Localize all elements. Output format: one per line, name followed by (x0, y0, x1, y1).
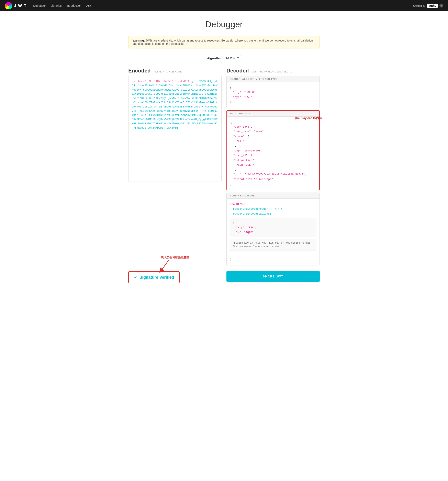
main-content: Debugger Warning: JWTs are credentials, … (124, 11, 324, 292)
navbar: J W T Debugger Libraries Introduction As… (0, 0, 448, 11)
token-part3: ZIeEzyk25ix5SL1lMXQhe6jC76y2t3NND-mpwl9Q… (132, 101, 218, 129)
verify-close: ) (230, 258, 232, 261)
header-sub-panel: HEADER: ALGORITHM & TOKEN TYPE { "alg": … (227, 76, 320, 108)
nav-logo: J W T (5, 2, 27, 9)
token-part1: eyJhbGciOiJSUzI1NiIsInR5cCI6IkpXVCJ9. (132, 80, 191, 83)
close-brace: } (230, 100, 232, 103)
verify-sub-header: VERIFY SIGNATURE (227, 193, 319, 199)
nav-right: Crafted by auth0 ? (413, 4, 443, 8)
decoded-title: Decoded (227, 68, 249, 74)
header-sub-body[interactable]: { "alg": "RS256", "typ": "JWT" } (227, 82, 319, 108)
algorithm-label: Algorithm (207, 56, 221, 60)
private-key-box[interactable]: Private Key in PKCS #8, PKCS #1, or JWK … (230, 239, 316, 251)
encoded-panel[interactable]: eyJhbGciOiJSUzI1NiIsInR5cCI6IkpXVCJ9.eyJ… (128, 76, 221, 182)
sections: Encoded PASTE A TOKEN HERE eyJhbGciOiJSU… (128, 68, 320, 268)
payload-label: PAYLOAD: (230, 112, 243, 115)
nav-link-introduction[interactable]: Introduction (67, 4, 82, 7)
payload-sub-header: PAYLOAD: DATA (227, 111, 319, 117)
payload-sub-label: DATA (244, 112, 251, 115)
header-sub-header: HEADER: ALGORITHM & TOKEN TYPE (227, 76, 319, 82)
nav-link-debugger[interactable]: Debugger (33, 4, 46, 7)
bottom-row: 填入公钥可以验证签名 ✓ Signature Verified SHARE (128, 268, 320, 283)
payload-wrapper: PAYLOAD: DATA { "user_id": 2, "user_name… (227, 110, 320, 190)
auth0-logo: auth0 (429, 4, 436, 7)
auth0-badge: auth0 (427, 4, 438, 8)
jwt-logo-icon (5, 2, 12, 9)
encoded-title: Encoded (128, 68, 151, 74)
warning-text: JWTs are credentials, which can grant ac… (133, 39, 313, 45)
algorithm-select[interactable]: RS256 HS256 RS384 RS512 (224, 55, 241, 61)
nav-links: Debugger Libraries Introduction Ask (33, 4, 91, 7)
encoded-header: Encoded PASTE A TOKEN HERE (128, 68, 221, 74)
sig-verified-text: Signature Verified (139, 275, 174, 280)
open-brace: { (230, 86, 232, 89)
help-icon[interactable]: ? (440, 4, 443, 8)
header-label: HEADER: (230, 78, 242, 80)
payload-sub-panel: PAYLOAD: DATA { "user_id": 2, "user_name… (227, 110, 320, 190)
logo-text: J W T (14, 3, 27, 8)
decoded-subtitle: EDIT THE PAYLOAD AND SECRET (252, 70, 294, 73)
algorithm-row: Algorithm RS256 HS256 RS384 RS512 (128, 55, 320, 61)
verify-line1: base64UrlEncode(header) + "." + (233, 207, 282, 210)
verify-sub-panel: VERIFY SIGNATURE RSASHA256( base64UrlEnc… (227, 193, 320, 265)
payload-sub-body[interactable]: { "user_id": 2, "user_name": "ayan", "sc… (227, 117, 319, 190)
nav-link-libraries[interactable]: Libraries (51, 4, 62, 7)
encoded-section: Encoded PASTE A TOKEN HERE eyJhbGciOiJSU… (128, 68, 221, 268)
private-key-text: Private Key in PKCS #8, PKCS #1, or JWK … (233, 242, 312, 248)
header-sub-label: ALGORITHM & TOKEN TYPE (242, 78, 278, 80)
verify-body[interactable]: RSASHA256( base64UrlEncode(header) + "."… (227, 199, 319, 265)
page-title: Debugger (128, 20, 320, 29)
nav-link-ask[interactable]: Ask (86, 4, 91, 7)
warning-label: Warning: (133, 39, 145, 42)
svg-line-1 (161, 260, 169, 271)
typ-key: "typ" (233, 96, 241, 99)
verify-fn: RSASHA256( (230, 203, 246, 206)
bottom-left: 填入公钥可以验证签名 ✓ Signature Verified (128, 268, 221, 283)
verify-label: VERIFY SIGNATURE (230, 194, 255, 197)
check-icon: ✓ (134, 275, 137, 280)
decoded-header: Decoded EDIT THE PAYLOAD AND SECRET (227, 68, 320, 74)
decoded-section: Decoded EDIT THE PAYLOAD AND SECRET HEAD… (227, 68, 320, 268)
crafted-by-text: Crafted by (413, 4, 425, 7)
arrow-svg (157, 258, 173, 274)
annotation-payload: 验证 Payload 区内容 (295, 116, 322, 120)
alg-key: "alg" (233, 91, 241, 94)
encoded-subtitle: PASTE A TOKEN HERE (153, 70, 182, 73)
nav-left: J W T Debugger Libraries Introduction As… (5, 2, 91, 9)
jwk-box[interactable]: { "kty": "RSA", "e": "AQAB", (230, 218, 316, 237)
share-jwt-button[interactable]: SHARE JWT (227, 271, 320, 282)
alg-val: "RS256" (244, 91, 255, 94)
typ-val: "JWT" (244, 96, 252, 99)
annotation-wrapper: 填入公钥可以验证签名 ✓ Signature Verified (128, 268, 221, 283)
verify-line2: base64UrlEncode(payload), (233, 212, 273, 215)
bottom-right: SHARE JWT (227, 268, 320, 282)
warning-box: Warning: JWTs are credentials, which can… (128, 36, 320, 48)
token-part2: eyJ1c2VyX2lkIjoyLCJ1c2VyX25hbWUiOiJheWFu… (132, 80, 218, 104)
